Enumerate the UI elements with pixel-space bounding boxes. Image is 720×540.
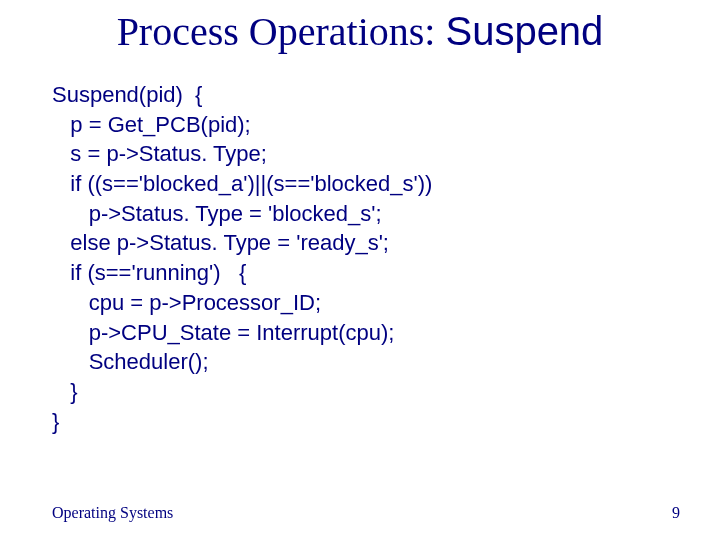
code-line: if (s=='running') {: [52, 260, 246, 285]
code-line: Scheduler();: [52, 349, 209, 374]
code-line: }: [52, 379, 78, 404]
code-line: if ((s=='blocked_a')||(s=='blocked_s')): [52, 171, 432, 196]
code-line: Suspend(pid) {: [52, 82, 202, 107]
code-block: Suspend(pid) { p = Get_PCB(pid); s = p->…: [52, 80, 432, 436]
title-topic: Suspend: [445, 9, 603, 53]
code-line: p->CPU_State = Interrupt(cpu);: [52, 320, 394, 345]
slide-title: Process Operations: Suspend: [0, 8, 720, 55]
page-number: 9: [672, 504, 680, 522]
code-line: }: [52, 409, 59, 434]
code-line: p = Get_PCB(pid);: [52, 112, 251, 137]
slide: Process Operations: Suspend Suspend(pid)…: [0, 0, 720, 540]
code-line: p->Status. Type = 'blocked_s';: [52, 201, 382, 226]
code-line: cpu = p->Processor_ID;: [52, 290, 321, 315]
code-line: s = p->Status. Type;: [52, 141, 267, 166]
title-prefix: Process Operations:: [117, 9, 446, 54]
code-line: else p->Status. Type = 'ready_s';: [52, 230, 389, 255]
footer-left: Operating Systems: [52, 504, 173, 522]
